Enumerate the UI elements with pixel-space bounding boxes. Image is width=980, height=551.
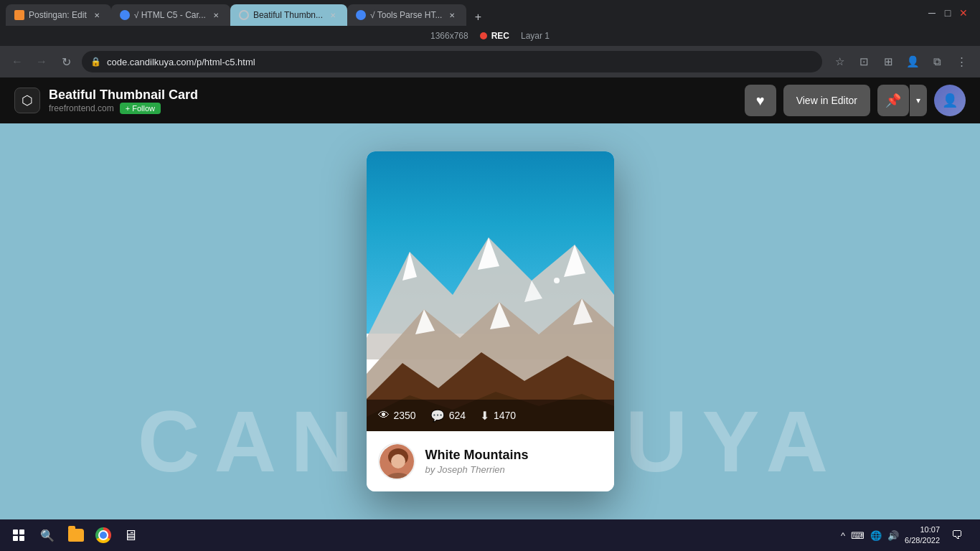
address-bar-row: ← → ↻ 🔒 code.candilkuya.com/p/html-c5.ht…	[0, 46, 980, 77]
pin-button[interactable]: 📌	[877, 85, 909, 116]
card-image: 👁 2350 💬 624 ⬇ 1470	[367, 151, 614, 431]
tray-datetime[interactable]: 10:07 6/28/2022	[905, 524, 940, 547]
tab-favicon-1	[14, 10, 24, 20]
tray-volume[interactable]: 🔊	[887, 530, 899, 541]
author-avatar	[378, 443, 415, 480]
taskbar-app-explorer[interactable]	[63, 522, 89, 548]
views-stat: 👁 2350	[378, 409, 416, 422]
notification-button[interactable]: 🗨	[946, 524, 969, 547]
title-bar: Postingan: Edit ✕ √ HTML C5 - Car... ✕ B…	[0, 0, 980, 26]
tab-label-4: √ Tools Parse HT...	[370, 10, 442, 20]
profile-button[interactable]: 👤	[903, 52, 923, 72]
layer-label: Layar 1	[521, 31, 550, 41]
author-avatar-svg	[380, 444, 415, 480]
ff-page-title: Beatiful Thumbnail Card	[49, 88, 736, 103]
pin-icon: 📌	[885, 93, 901, 108]
ff-logo-icon: ⬡	[22, 93, 33, 108]
card-title: White Mountains	[425, 448, 529, 463]
tab-html-c5[interactable]: √ HTML C5 - Car... ✕	[111, 4, 230, 26]
tab-postingan[interactable]: Postingan: Edit ✕	[6, 4, 111, 26]
ff-logo: ⬡	[14, 88, 40, 113]
tab-label-2: √ HTML C5 - Car...	[134, 10, 206, 20]
downloads-count: 1470	[494, 410, 516, 421]
taskbar-apps: 🖥	[63, 522, 832, 548]
back-button[interactable]: ←	[9, 53, 26, 70]
thumbnail-card: 👁 2350 💬 624 ⬇ 1470	[367, 151, 614, 491]
taskbar: 🔍 🖥 ^ ⌨ 🌐 🔊 10:07 6/28/2022 🗨	[0, 519, 980, 551]
view-editor-button[interactable]: View in Editor	[783, 85, 870, 116]
bookmark-star-button[interactable]: ☆	[829, 52, 849, 72]
comments-stat: 💬 624	[430, 409, 466, 423]
ff-header: ⬡ Beatiful Thumbnail Card freefrontend.c…	[0, 77, 980, 123]
pin-dropdown-button[interactable]: ▾	[910, 85, 927, 116]
card-author: by Joseph Therrien	[425, 464, 529, 475]
tab-tools-parse[interactable]: √ Tools Parse HT... ✕	[347, 4, 466, 26]
taskbar-tray: ^ ⌨ 🌐 🔊 10:07 6/28/2022 🗨	[835, 524, 974, 547]
tab-favicon-2	[120, 10, 130, 20]
svg-point-13	[391, 454, 405, 468]
heart-icon: ♥	[756, 93, 765, 109]
views-icon: 👁	[378, 409, 390, 422]
folder-icon	[68, 529, 84, 542]
cast-button[interactable]: ⊡	[854, 52, 874, 72]
screenshot-button[interactable]: ⊞	[878, 52, 898, 72]
taskbar-search-button[interactable]: 🔍	[34, 522, 60, 548]
views-count: 2350	[394, 410, 416, 421]
tab-close-4[interactable]: ✕	[446, 9, 458, 21]
start-icon	[13, 529, 24, 541]
cloud-dot	[554, 278, 560, 283]
ff-title-group: Beatiful Thumbnail Card freefrontend.com…	[49, 88, 736, 114]
menu-button[interactable]: ⋮	[951, 52, 971, 72]
browser-window: Postingan: Edit ✕ √ HTML C5 - Car... ✕ B…	[0, 0, 980, 551]
tab-close-3[interactable]: ✕	[327, 9, 339, 21]
tray-chevron[interactable]: ^	[841, 530, 845, 541]
tray-date-text: 6/28/2022	[905, 535, 940, 546]
maximize-button[interactable]: □	[943, 8, 953, 18]
pin-group: 📌 ▾	[877, 85, 927, 116]
reload-button[interactable]: ↻	[57, 53, 75, 70]
start-button[interactable]	[6, 522, 32, 548]
rec-label: REC	[491, 31, 509, 41]
mountain-svg	[367, 151, 614, 431]
tab-close-1[interactable]: ✕	[91, 9, 103, 21]
url-text: code.candilkuya.com/p/html-c5.html	[107, 57, 814, 67]
card-footer: White Mountains by Joseph Therrien	[367, 431, 614, 491]
comments-count: 624	[449, 410, 466, 421]
taskbar-app-3[interactable]: 🖥	[118, 522, 143, 548]
tray-time-text: 10:07	[905, 524, 940, 535]
rec-dot	[480, 32, 487, 39]
tab-label-1: Postingan: Edit	[29, 10, 87, 20]
new-tab-button[interactable]: +	[469, 9, 486, 26]
comments-icon: 💬	[430, 409, 445, 423]
extensions-button[interactable]: ⧉	[927, 52, 947, 72]
ff-subtitle: freefrontend.com + Follow	[49, 103, 736, 114]
recording-indicator: REC	[480, 31, 509, 41]
tab-thumbnail-active[interactable]: Beatiful Thumbn... ✕	[230, 4, 347, 26]
user-avatar[interactable]: 👤	[934, 85, 966, 116]
tab-group: Postingan: Edit ✕ √ HTML C5 - Car... ✕ B…	[6, 0, 921, 26]
tab-favicon-3	[239, 10, 249, 20]
taskbar-app-chrome[interactable]	[90, 522, 116, 548]
follow-button[interactable]: + Follow	[120, 103, 161, 114]
close-button[interactable]: ✕	[958, 8, 969, 18]
forward-button[interactable]: →	[33, 53, 50, 70]
address-bar[interactable]: 🔒 code.candilkuya.com/p/html-c5.html	[82, 51, 822, 72]
tab-favicon-4	[356, 10, 366, 20]
author-info: White Mountains by Joseph Therrien	[425, 448, 529, 475]
tray-keyboard[interactable]: ⌨	[851, 530, 864, 541]
window-controls: ─ □ ✕	[921, 0, 974, 26]
minimize-button[interactable]: ─	[927, 8, 937, 18]
tray-network[interactable]: 🌐	[870, 530, 882, 541]
ff-site-name: freefrontend.com	[49, 103, 114, 113]
card-image-container: 👁 2350 💬 624 ⬇ 1470	[367, 151, 614, 431]
tab-close-2[interactable]: ✕	[210, 9, 222, 21]
user-avatar-image: 👤	[934, 85, 966, 116]
recording-bar: 980x551 REC Layar 1	[0, 26, 980, 46]
downloads-stat: ⬇ 1470	[480, 409, 516, 423]
address-actions: ☆ ⊡ ⊞ 👤 ⧉ ⋮	[829, 52, 971, 72]
dimensions-label: 980x551	[430, 31, 468, 41]
stats-bar: 👁 2350 💬 624 ⬇ 1470	[367, 400, 614, 431]
heart-button[interactable]: ♥	[745, 85, 776, 116]
downloads-icon: ⬇	[480, 409, 489, 423]
tab-label-3: Beatiful Thumbn...	[253, 10, 323, 20]
